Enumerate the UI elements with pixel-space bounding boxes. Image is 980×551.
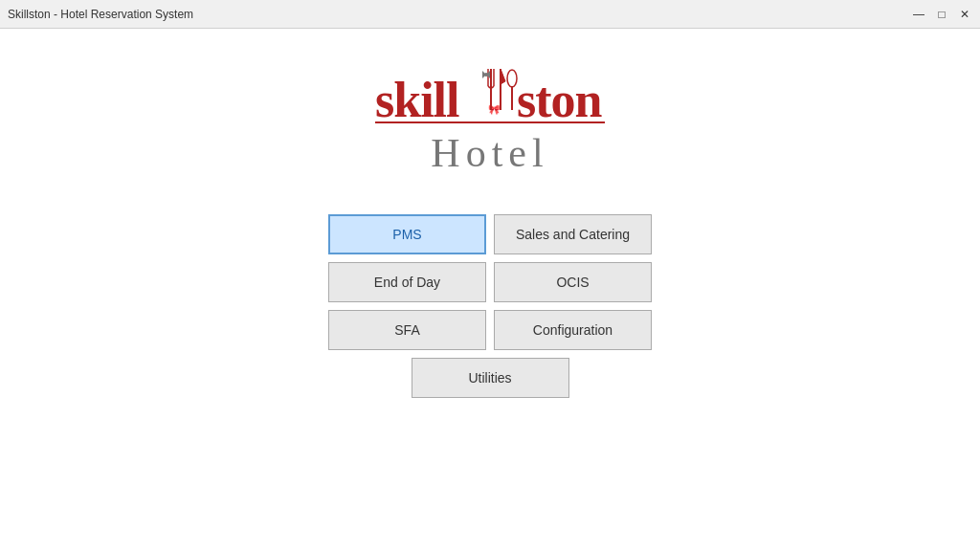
window-controls: — □ ✕ [911, 7, 972, 22]
maximize-button[interactable]: □ [934, 7, 949, 22]
utilities-button[interactable]: Utilities [412, 358, 569, 398]
hotel-subtitle: Hotel [431, 130, 548, 176]
sales-catering-button[interactable]: Sales and Catering [494, 214, 652, 254]
logo-svg: skill 🎀 ston [366, 57, 614, 134]
main-content: skill 🎀 ston [0, 29, 980, 551]
svg-text:skill: skill [375, 73, 459, 127]
sfa-button[interactable]: SFA [328, 310, 486, 350]
logo-area: skill 🎀 ston [366, 57, 614, 176]
svg-text:🎀: 🎀 [488, 103, 501, 116]
minimize-button[interactable]: — [911, 7, 926, 22]
configuration-button[interactable]: Configuration [494, 310, 652, 350]
logo-svg-container: skill 🎀 ston [366, 57, 614, 176]
ocis-button[interactable]: OCIS [494, 262, 652, 302]
buttons-grid: PMS Sales and Catering End of Day OCIS S… [328, 214, 652, 398]
title-bar: Skillston - Hotel Reservation System — □… [0, 0, 980, 29]
svg-text:ston: ston [517, 73, 603, 127]
close-button[interactable]: ✕ [957, 7, 972, 22]
window-title: Skillston - Hotel Reservation System [8, 8, 193, 21]
svg-point-7 [507, 70, 517, 87]
end-of-day-button[interactable]: End of Day [328, 262, 486, 302]
pms-button[interactable]: PMS [328, 214, 486, 254]
svg-point-8 [484, 73, 488, 77]
